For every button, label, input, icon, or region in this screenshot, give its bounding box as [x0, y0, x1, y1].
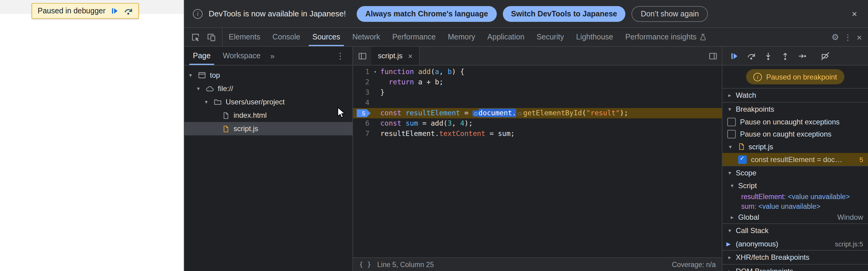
tree-item-script.js[interactable]: script.js: [184, 122, 352, 136]
pause-uncaught-label: Pause on uncaught exceptions: [740, 118, 839, 126]
code-line-6[interactable]: 6const sum = add(3, 4);: [353, 118, 722, 129]
tab-label: Sources: [312, 33, 340, 41]
tab-network[interactable]: Network: [346, 28, 386, 46]
resume-script-icon[interactable]: [727, 49, 742, 63]
scope-script-label: Script: [738, 181, 757, 190]
scope-variable-row[interactable]: resultElement: <value unavailable>: [722, 192, 868, 202]
code-line-3[interactable]: 3}: [353, 87, 722, 98]
navigator-menu-icon[interactable]: ⋮: [331, 51, 350, 61]
selected-position-marker: ○: [473, 111, 478, 117]
tree-item-label: Users/user/project: [226, 98, 285, 106]
tab-application[interactable]: Application: [481, 28, 530, 46]
resume-script-icon[interactable]: [111, 7, 119, 15]
settings-gear-icon[interactable]: ⚙: [831, 32, 839, 42]
breakpoint-entry[interactable]: const resultElement = doc… 5: [722, 153, 868, 166]
breakpoint-checkbox[interactable]: [738, 155, 747, 163]
navigator-tab-workspace[interactable]: Workspace: [217, 47, 267, 65]
step-out-icon[interactable]: [778, 49, 793, 63]
breakpoints-label: Breakpoints: [736, 105, 774, 114]
infobar-button-don-t-show-again[interactable]: Don’t show again: [632, 6, 708, 22]
execution-line-marker[interactable]: 5: [353, 108, 371, 118]
debugger-sections: i Paused on breakpoint ▸ Watch ▾ Breakpo…: [722, 65, 868, 271]
scope-global-row[interactable]: ▸ Global Window: [722, 211, 868, 223]
pause-uncaught-checkbox[interactable]: [727, 118, 736, 126]
code-area[interactable]: 1▾function add(a, b) {2 return a + b;3}4…: [353, 65, 722, 257]
line-number[interactable]: 3: [353, 87, 371, 98]
tree-item-file-[interactable]: ▾file://: [184, 82, 352, 95]
chevron-down-icon[interactable]: ▾: [187, 72, 194, 78]
step-icon[interactable]: [795, 49, 810, 63]
section-call-stack[interactable]: ▾ Call Stack: [722, 223, 868, 237]
code-line-1[interactable]: 1▾function add(a, b) {: [353, 67, 722, 77]
fold-gutter: [371, 118, 379, 129]
infobar-buttons: Always match Chrome's languageSwitch Dev…: [356, 6, 708, 22]
tab-performance[interactable]: Performance: [386, 28, 442, 46]
more-menu-icon[interactable]: ⋮: [842, 32, 853, 41]
editor-tab-close-icon[interactable]: ×: [408, 51, 412, 60]
code-text: return a + b;: [379, 77, 443, 87]
section-dom-breakpoints[interactable]: ▸ DOM Breakpoints: [722, 264, 868, 271]
tab-sources[interactable]: Sources: [306, 28, 346, 46]
pretty-print-icon[interactable]: { }: [359, 260, 371, 268]
breakpoint-file-group[interactable]: ▾ script.js: [722, 140, 868, 153]
paused-banner-label: Paused in debugger: [38, 7, 105, 15]
section-breakpoints[interactable]: ▾ Breakpoints: [722, 102, 868, 116]
line-number[interactable]: 6: [353, 118, 371, 129]
step-over-icon[interactable]: [124, 6, 133, 16]
file-js-icon: [221, 124, 230, 133]
tab-memory[interactable]: Memory: [442, 28, 481, 46]
fold-gutter: [371, 129, 379, 139]
infobar-close-icon[interactable]: ×: [849, 8, 860, 19]
editor-tabstrip: script.js ×: [353, 47, 722, 65]
breakpoint-arrow-marker[interactable]: 5: [356, 109, 371, 117]
section-watch[interactable]: ▸ Watch: [722, 88, 868, 102]
code-text: }: [379, 87, 384, 98]
tree-item-label: top: [210, 71, 220, 80]
navigator-overflow-icon[interactable]: »: [267, 51, 278, 60]
tab-security[interactable]: Security: [530, 28, 570, 46]
infobar-button-switch-devtools-to-japanese[interactable]: Switch DevTools to Japanese: [502, 6, 626, 22]
tab-console[interactable]: Console: [266, 28, 306, 46]
tab-lighthouse[interactable]: Lighthouse: [570, 28, 619, 46]
line-number[interactable]: 2: [353, 77, 371, 87]
infobar-button-always-match-chrome-s-language[interactable]: Always match Chrome's language: [356, 6, 496, 22]
line-number[interactable]: 7: [353, 129, 371, 139]
tree-item-users-user-project[interactable]: ▾Users/user/project: [184, 95, 352, 109]
tab-performance-insights[interactable]: Performance insights: [619, 28, 713, 46]
line-number[interactable]: 4: [353, 98, 371, 108]
tree-item-index.html[interactable]: index.html: [184, 109, 352, 122]
section-scope[interactable]: ▾ Scope: [722, 166, 868, 180]
chevron-down-icon: ▾: [726, 106, 733, 112]
chevron-down-icon[interactable]: ▾: [203, 99, 210, 105]
inspect-element-icon[interactable]: [188, 30, 203, 44]
pause-uncaught-exceptions-row[interactable]: Pause on uncaught exceptions: [722, 116, 868, 128]
tree-item-top[interactable]: ▾top: [184, 68, 352, 82]
editor-tab-scriptjs[interactable]: script.js ×: [371, 47, 420, 65]
scope-variable-row[interactable]: sum: <value unavailable>: [722, 202, 868, 211]
colon: :: [784, 193, 788, 200]
call-stack-frame[interactable]: ▶ (anonymous) script.js:5: [722, 237, 868, 250]
scope-script-row[interactable]: ▾ Script: [722, 180, 868, 192]
devtools-close-icon[interactable]: ×: [857, 32, 862, 42]
code-line-5[interactable]: 5const resultElement = ○document.○getEle…: [353, 108, 722, 118]
toggle-debugger-sidebar-icon[interactable]: [704, 47, 722, 65]
line-number[interactable]: 1: [353, 67, 371, 77]
code-line-4[interactable]: 4: [353, 98, 722, 108]
chevron-right-icon: ▸: [726, 92, 733, 98]
tab-elements[interactable]: Elements: [223, 28, 266, 46]
pause-caught-exceptions-row[interactable]: Pause on caught exceptions: [722, 128, 868, 140]
device-toolbar-icon[interactable]: [204, 30, 218, 44]
code-line-7[interactable]: 7resultElement.textContent = sum;: [353, 129, 722, 139]
toggle-navigator-icon[interactable]: [353, 47, 371, 65]
step-over-icon[interactable]: [744, 49, 759, 63]
deactivate-breakpoints-icon[interactable]: [818, 49, 833, 63]
step-into-icon[interactable]: [761, 49, 776, 63]
fold-marker-icon[interactable]: ▾: [371, 67, 379, 77]
navigator-tab-page[interactable]: Page: [187, 47, 217, 65]
editor-tab-label: script.js: [378, 52, 402, 60]
file-tree: ▾top▾file://▾Users/user/projectindex.htm…: [184, 65, 352, 271]
section-xhr-breakpoints[interactable]: ▸ XHR/fetch Breakpoints: [722, 250, 868, 264]
chevron-down-icon[interactable]: ▾: [195, 86, 202, 92]
code-line-2[interactable]: 2 return a + b;: [353, 77, 722, 87]
pause-caught-checkbox[interactable]: [727, 130, 736, 139]
